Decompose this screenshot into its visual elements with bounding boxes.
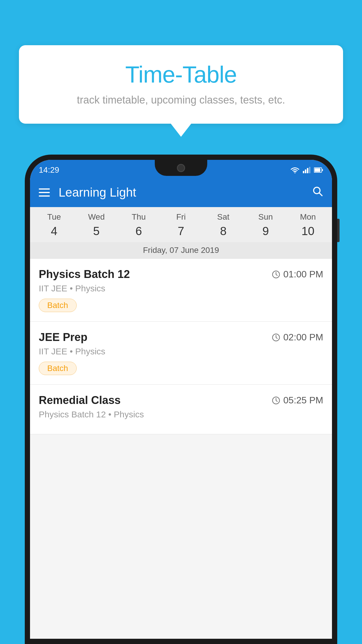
schedule-list: Physics Batch 12 01:00 PM IIT JEE • Phys… xyxy=(30,259,332,434)
day-header-sat: Sat xyxy=(202,212,245,222)
clock-icon-3 xyxy=(272,396,280,405)
side-button xyxy=(337,219,340,242)
status-time: 14:29 xyxy=(39,165,59,175)
schedule-item-1-title: Physics Batch 12 xyxy=(39,268,130,281)
svg-rect-1 xyxy=(303,171,304,173)
schedule-item-1-sub: IIT JEE • Physics xyxy=(39,284,323,293)
day-4[interactable]: 4 xyxy=(33,225,75,238)
phone-outer-shell: 14:29 xyxy=(25,155,337,644)
app-bar: Learning Light xyxy=(30,178,332,207)
schedule-item-1[interactable]: Physics Batch 12 01:00 PM IIT JEE • Phys… xyxy=(30,259,332,322)
schedule-item-3-sub: Physics Batch 12 • Physics xyxy=(39,410,323,419)
schedule-item-1-time: 01:00 PM xyxy=(272,269,323,280)
svg-rect-8 xyxy=(39,188,50,190)
day-10[interactable]: 10 xyxy=(287,225,329,238)
day-6-today[interactable]: 6 xyxy=(117,225,160,238)
search-button[interactable] xyxy=(312,186,323,200)
selected-date: Friday, 07 June 2019 xyxy=(30,242,332,259)
svg-rect-4 xyxy=(309,167,310,173)
schedule-item-3-header: Remedial Class 05:25 PM xyxy=(39,394,323,407)
day-header-mon: Mon xyxy=(287,212,329,222)
svg-rect-7 xyxy=(322,169,323,171)
clock-icon-2 xyxy=(272,333,280,342)
svg-point-11 xyxy=(314,187,320,194)
svg-rect-6 xyxy=(314,168,320,172)
svg-rect-3 xyxy=(307,168,308,173)
day-9[interactable]: 9 xyxy=(245,225,287,238)
svg-line-12 xyxy=(319,193,322,196)
battery-icon xyxy=(314,167,323,173)
svg-rect-2 xyxy=(305,169,306,173)
speech-bubble: Time-Table track timetable, upcoming cla… xyxy=(19,45,343,124)
phone-notch xyxy=(155,160,207,176)
schedule-item-1-header: Physics Batch 12 01:00 PM xyxy=(39,268,323,281)
bubble-arrow xyxy=(171,124,191,137)
bubble-subtitle: track timetable, upcoming classes, tests… xyxy=(36,94,326,106)
signal-icon xyxy=(303,167,310,173)
svg-rect-10 xyxy=(39,195,50,197)
clock-icon-1 xyxy=(272,270,280,279)
phone-screen: 14:29 xyxy=(30,160,332,639)
day-5[interactable]: 5 xyxy=(75,225,117,238)
day-numbers: 4 5 6 7 8 9 10 xyxy=(30,223,332,242)
schedule-item-2-sub: IIT JEE • Physics xyxy=(39,346,323,356)
day-header-wed: Wed xyxy=(75,212,117,222)
calendar-section: Tue Wed Thu Fri Sat Sun Mon 4 5 6 7 xyxy=(30,207,332,259)
schedule-item-3-time: 05:25 PM xyxy=(272,395,323,406)
menu-button[interactable] xyxy=(39,187,50,198)
speech-bubble-section: Time-Table track timetable, upcoming cla… xyxy=(19,45,343,137)
status-icons xyxy=(291,167,323,173)
bubble-title: Time-Table xyxy=(36,61,326,88)
svg-point-0 xyxy=(294,172,296,173)
day-header-thu: Thu xyxy=(117,212,160,222)
app-title: Learning Light xyxy=(59,186,312,200)
phone-mockup: 14:29 xyxy=(25,155,337,644)
batch-badge-2: Batch xyxy=(39,362,77,375)
day-header-sun: Sun xyxy=(245,212,287,222)
svg-rect-9 xyxy=(39,192,50,193)
schedule-item-3[interactable]: Remedial Class 05:25 PM Physics Batch 12… xyxy=(30,385,332,434)
schedule-item-2-time: 02:00 PM xyxy=(272,332,323,343)
day-header-tue: Tue xyxy=(33,212,75,222)
wifi-icon xyxy=(291,167,299,173)
day-7-selected[interactable]: 7 xyxy=(160,225,202,238)
schedule-item-2-title: JEE Prep xyxy=(39,331,87,344)
day-headers: Tue Wed Thu Fri Sat Sun Mon xyxy=(30,207,332,223)
day-8[interactable]: 8 xyxy=(202,225,245,238)
batch-badge-1: Batch xyxy=(39,299,77,312)
schedule-item-2[interactable]: JEE Prep 02:00 PM IIT JEE • Physics Batc… xyxy=(30,322,332,385)
schedule-item-3-title: Remedial Class xyxy=(39,394,121,407)
day-header-fri: Fri xyxy=(160,212,202,222)
phone-camera xyxy=(177,164,185,172)
schedule-item-2-header: JEE Prep 02:00 PM xyxy=(39,331,323,344)
